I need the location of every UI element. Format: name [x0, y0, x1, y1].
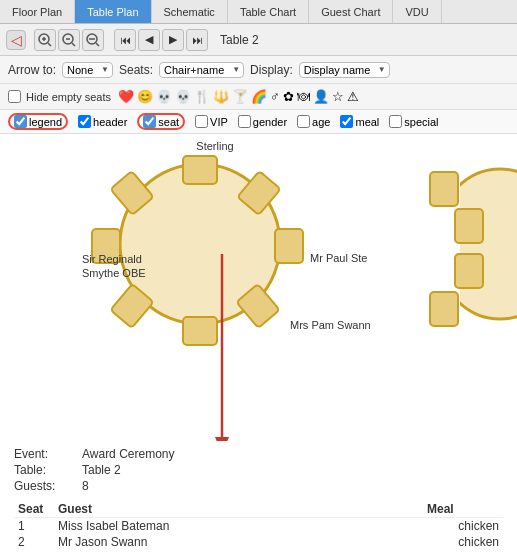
- zoom-in-button[interactable]: [34, 29, 56, 51]
- zoom-out-button[interactable]: [82, 29, 104, 51]
- icon-heart[interactable]: ❤️: [118, 89, 134, 104]
- toolbar: ◁ ⏮ ◀ ▶ ⏭: [0, 24, 517, 56]
- icon-skull2[interactable]: 💀: [175, 89, 191, 104]
- check-gender-label: gender: [253, 116, 287, 128]
- svg-line-5: [72, 43, 75, 46]
- icon-cutlery[interactable]: 🍴: [194, 89, 210, 104]
- col-header-guest: Guest: [54, 501, 423, 518]
- partial-seat-4: [430, 292, 458, 326]
- check-special[interactable]: [389, 115, 402, 128]
- arrow-to-select-wrapper[interactable]: None: [62, 62, 113, 78]
- check-age-label: age: [312, 116, 330, 128]
- arrow-to-label: Arrow to:: [8, 63, 56, 77]
- icon-warning[interactable]: ⚠: [347, 89, 359, 104]
- zoom-fit-button[interactable]: [58, 29, 80, 51]
- check-gender[interactable]: [238, 115, 251, 128]
- partial-table: [435, 169, 517, 319]
- info-section: Event: Award Ceremony Table: Table 2 Gue…: [0, 441, 517, 556]
- tab-floor-plan[interactable]: Floor Plan: [0, 0, 75, 23]
- event-info-grid: Event: Award Ceremony Table: Table 2 Gue…: [14, 447, 503, 493]
- icon-star[interactable]: ☆: [332, 89, 344, 104]
- nav-first-button[interactable]: ⏮: [114, 29, 136, 51]
- check-seat-label: seat: [158, 116, 179, 128]
- check-vip-group: VIP: [195, 115, 228, 128]
- check-vip[interactable]: [195, 115, 208, 128]
- nav-next-button[interactable]: ▶: [162, 29, 184, 51]
- check-seat[interactable]: [143, 115, 156, 128]
- table-value: Table 2: [82, 463, 503, 477]
- table-label: Table:: [14, 463, 74, 477]
- check-legend[interactable]: [14, 115, 27, 128]
- guest-reginald-label: Sir ReginaldSmythe OBE: [82, 252, 146, 281]
- icon-smile[interactable]: 😊: [137, 89, 153, 104]
- icon-flower[interactable]: ✿: [283, 89, 294, 104]
- nav-group: ⏮ ◀ ▶ ⏭: [114, 29, 208, 51]
- seat-bottom-right: [236, 284, 279, 328]
- icons-row: Hide empty seats ❤️ 😊 💀 💀 🍴 🔱 🍸 🌈 ♂ ✿ 🍽 …: [0, 84, 517, 110]
- display-select-wrapper[interactable]: Display name: [299, 62, 390, 78]
- event-label: Event:: [14, 447, 74, 461]
- icon-cocktail[interactable]: 🍸: [232, 89, 248, 104]
- partial-seat-2: [455, 209, 483, 243]
- guest-sterling-label: Sterling: [175, 140, 255, 152]
- tab-bar: Floor Plan Table Plan Schematic Table Ch…: [0, 0, 517, 24]
- current-table-label: Table 2: [220, 33, 259, 47]
- guest-name-1: Mr Jason Swann: [54, 534, 423, 550]
- check-meal-group: meal: [340, 115, 379, 128]
- icon-meal[interactable]: 🍽: [297, 89, 310, 104]
- arrow-to-select[interactable]: None: [62, 62, 113, 78]
- tab-schematic[interactable]: Schematic: [152, 0, 228, 23]
- check-gender-group: gender: [238, 115, 287, 128]
- check-age[interactable]: [297, 115, 310, 128]
- icon-filter[interactable]: 🔱: [213, 89, 229, 104]
- partial-seat-3: [455, 254, 483, 288]
- seats-select[interactable]: Chair+name: [159, 62, 244, 78]
- seat-bottom: [183, 317, 217, 345]
- check-meal[interactable]: [340, 115, 353, 128]
- nav-prev-button[interactable]: ◀: [138, 29, 160, 51]
- tab-guest-chart[interactable]: Guest Chart: [309, 0, 393, 23]
- seats-select-wrapper[interactable]: Chair+name: [159, 62, 244, 78]
- tab-vdu[interactable]: VDU: [393, 0, 441, 23]
- col-header-meal: Meal: [423, 501, 503, 518]
- seat-top: [183, 156, 217, 184]
- check-vip-label: VIP: [210, 116, 228, 128]
- tab-table-plan[interactable]: Table Plan: [75, 0, 151, 23]
- tab-table-chart[interactable]: Table Chart: [228, 0, 309, 23]
- check-age-group: age: [297, 115, 330, 128]
- check-header[interactable]: [78, 115, 91, 128]
- seat-right: [275, 229, 303, 263]
- seat-bottom-left: [110, 284, 153, 328]
- guest-meal-1: chicken: [423, 534, 503, 550]
- svg-line-9: [96, 43, 99, 46]
- check-header-group: header: [78, 115, 127, 128]
- icon-person[interactable]: 👤: [313, 89, 329, 104]
- check-header-label: header: [93, 116, 127, 128]
- hide-empty-checkbox[interactable]: [8, 90, 21, 103]
- table-circle: [120, 164, 280, 324]
- guest-meal-0: chicken: [423, 518, 503, 535]
- check-seat-group: seat: [137, 113, 185, 130]
- options-row: Arrow to: None Seats: Chair+name Display…: [0, 56, 517, 84]
- check-special-label: special: [404, 116, 438, 128]
- guest-paul-label: Mr Paul Ste: [310, 252, 367, 264]
- guests-value: 8: [82, 479, 503, 493]
- icon-skull[interactable]: 💀: [156, 89, 172, 104]
- svg-line-3: [48, 43, 51, 46]
- main-content: Sterling Sir ReginaldSmythe OBE Mr Paul …: [0, 134, 517, 556]
- zoom-group: [34, 29, 104, 51]
- checks-row: legend header seat VIP gender age meal s…: [0, 110, 517, 134]
- svg-rect-10: [460, 134, 517, 434]
- seats-label: Seats:: [119, 63, 153, 77]
- event-value: Award Ceremony: [82, 447, 503, 461]
- guests-label: Guests:: [14, 479, 74, 493]
- display-select[interactable]: Display name: [299, 62, 390, 78]
- icon-rainbow[interactable]: 🌈: [251, 89, 267, 104]
- icon-gender[interactable]: ♂: [270, 89, 280, 104]
- guest-row: 2 Mr Jason Swann chicken: [14, 534, 503, 550]
- back-button[interactable]: ◁: [6, 30, 26, 50]
- partial-seat-1: [430, 172, 458, 206]
- hide-empty-label: Hide empty seats: [26, 91, 111, 103]
- nav-last-button[interactable]: ⏭: [186, 29, 208, 51]
- guest-seat-0: 1: [14, 518, 54, 535]
